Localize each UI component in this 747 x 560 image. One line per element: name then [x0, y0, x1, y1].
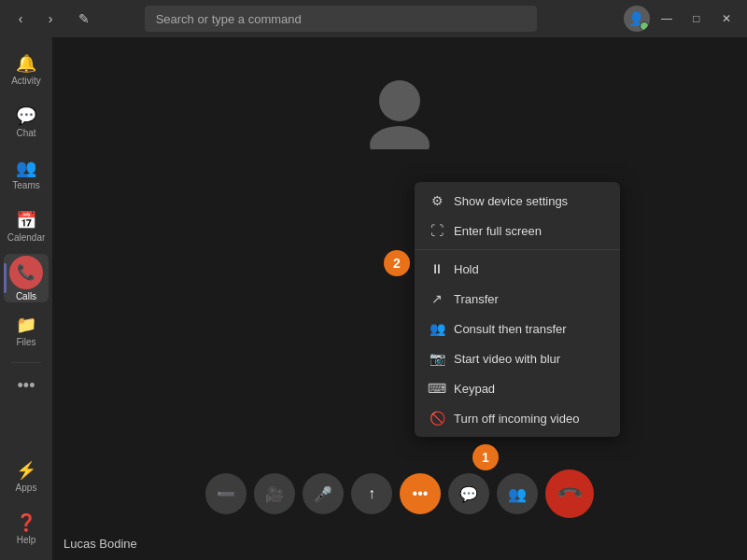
hold-icon: ⏸ [430, 261, 444, 276]
video-blur-icon: 📷 [430, 351, 444, 366]
menu-item-device-settings[interactable]: ⚙ Show device settings [415, 186, 620, 216]
title-bar: ‹ › ✎ Search or type a command 👤 — □ ✕ [0, 0, 747, 37]
teams-icon: 👥 [16, 158, 36, 178]
menu-label-transfer: Transfer [454, 292, 499, 306]
menu-label-device-settings: Show device settings [454, 194, 568, 208]
device-settings-icon: ⚙ [430, 193, 444, 208]
menu-item-consult-transfer[interactable]: 👥 Consult then transfer [415, 314, 620, 343]
sidebar-label-teams: Teams [12, 180, 39, 190]
menu-divider-1 [415, 249, 620, 250]
menu-label-consult-transfer: Consult then transfer [454, 322, 567, 336]
sidebar-item-apps[interactable]: ⚡ Apps [4, 452, 49, 500]
sidebar-item-teams[interactable]: 👥 Teams [4, 149, 49, 198]
menu-item-keypad[interactable]: ⌨ Keypad [415, 373, 620, 403]
search-bar[interactable]: Search or type a command [145, 6, 537, 32]
sidebar-label-calls: Calls [16, 291, 36, 301]
menu-item-fullscreen[interactable]: ⛶ Enter full screen [415, 216, 620, 245]
nav-buttons: ‹ › [7, 6, 63, 32]
mute-button[interactable]: ➖ [205, 473, 247, 514]
chat-icon: 💬 [16, 105, 36, 126]
forward-button[interactable]: › [37, 6, 63, 32]
menu-label-keypad: Keypad [454, 382, 495, 396]
turn-off-video-icon: 🚫 [430, 411, 444, 426]
share-icon: ↑ [368, 485, 375, 502]
edit-icon[interactable]: ✎ [71, 6, 97, 32]
sidebar-item-calls[interactable]: 📞 Calls [4, 254, 49, 302]
search-placeholder: Search or type a command [156, 12, 302, 26]
menu-label-fullscreen: Enter full screen [454, 224, 542, 238]
menu-label-turn-off-video: Turn off incoming video [454, 412, 579, 426]
menu-item-turn-off-video[interactable]: 🚫 Turn off incoming video [415, 403, 620, 433]
close-button[interactable]: ✕ [713, 6, 740, 32]
menu-label-hold: Hold [454, 262, 479, 276]
maximize-button[interactable]: □ [684, 6, 710, 32]
calls-active-icon: 📞 [9, 256, 43, 289]
video-button[interactable]: 🎥 [254, 473, 295, 514]
sidebar-divider [11, 362, 41, 363]
apps-icon: ⚡ [16, 460, 36, 481]
fullscreen-icon: ⛶ [430, 223, 444, 238]
svg-point-0 [379, 80, 420, 121]
keypad-icon: ⌨ [430, 381, 444, 396]
sidebar-item-calendar[interactable]: 📅 Calendar [4, 202, 49, 250]
consult-transfer-icon: 👥 [430, 321, 444, 336]
caller-avatar [362, 75, 437, 153]
files-icon: 📁 [16, 315, 36, 335]
user-avatar[interactable]: 👤 [624, 6, 650, 32]
back-button[interactable]: ‹ [7, 6, 34, 32]
context-menu: ⚙ Show device settings ⛶ Enter full scre… [415, 182, 620, 437]
sidebar-label-calendar: Calendar [7, 232, 46, 243]
sidebar-item-files[interactable]: 📁 Files [4, 306, 49, 355]
sidebar-item-chat[interactable]: 💬 Chat [4, 97, 49, 146]
mic-button[interactable]: 🎤 [303, 473, 344, 514]
svg-point-1 [370, 126, 430, 149]
call-controls: ➖ 🎥 🎤 ↑ ••• 💬 👥 📞 1 [52, 461, 747, 526]
more-icon: ••• [413, 485, 429, 502]
sidebar-label-chat: Chat [16, 128, 35, 138]
menu-item-hold[interactable]: ⏸ Hold [415, 254, 620, 284]
sidebar-label-apps: Apps [16, 483, 37, 493]
caller-name: Lucas Bodine [63, 537, 137, 551]
call-area: ⚙ Show device settings ⛶ Enter full scre… [52, 37, 747, 461]
people-button[interactable]: 👥 [497, 473, 538, 514]
minimize-button[interactable]: — [654, 6, 680, 32]
app-layout: 🔔 Activity 💬 Chat 👥 Teams 📅 Calendar 📞 C… [0, 37, 747, 560]
menu-item-transfer[interactable]: ↗ Transfer [415, 284, 620, 314]
people-icon: 👥 [508, 485, 527, 503]
mute-icon: ➖ [217, 485, 235, 503]
step-badge-2: 2 [384, 250, 410, 276]
bottom-bar: Lucas Bodine [52, 526, 747, 560]
captions-icon: 💬 [459, 485, 478, 503]
more-button[interactable]: ••• [400, 473, 441, 514]
main-content: ⚙ Show device settings ⛶ Enter full scre… [52, 37, 747, 560]
sidebar-label-help: Help [17, 535, 36, 545]
mic-icon: 🎤 [314, 485, 332, 503]
video-icon: 🎥 [265, 485, 284, 503]
sidebar-item-help[interactable]: ❓ Help [4, 504, 49, 553]
activity-icon: 🔔 [16, 53, 36, 74]
menu-label-video-blur: Start video with blur [454, 352, 560, 366]
step-badge-1: 1 [472, 444, 499, 470]
captions-button[interactable]: 💬 [448, 473, 489, 514]
end-call-button[interactable]: 📞 [545, 469, 594, 518]
sidebar-more-button[interactable]: ••• [4, 371, 49, 400]
calendar-icon: 📅 [16, 210, 36, 231]
transfer-icon: ↗ [430, 291, 444, 306]
sidebar-label-files: Files [16, 337, 35, 347]
sidebar-item-activity[interactable]: 🔔 Activity [4, 45, 49, 93]
help-icon: ❓ [16, 512, 36, 533]
end-call-icon: 📞 [555, 479, 584, 508]
sidebar-label-activity: Activity [11, 76, 41, 86]
share-button[interactable]: ↑ [351, 473, 392, 514]
sidebar: 🔔 Activity 💬 Chat 👥 Teams 📅 Calendar 📞 C… [0, 37, 52, 560]
menu-item-start-video-blur[interactable]: 📷 Start video with blur [415, 343, 620, 373]
window-controls: 👤 — □ ✕ [624, 6, 740, 32]
